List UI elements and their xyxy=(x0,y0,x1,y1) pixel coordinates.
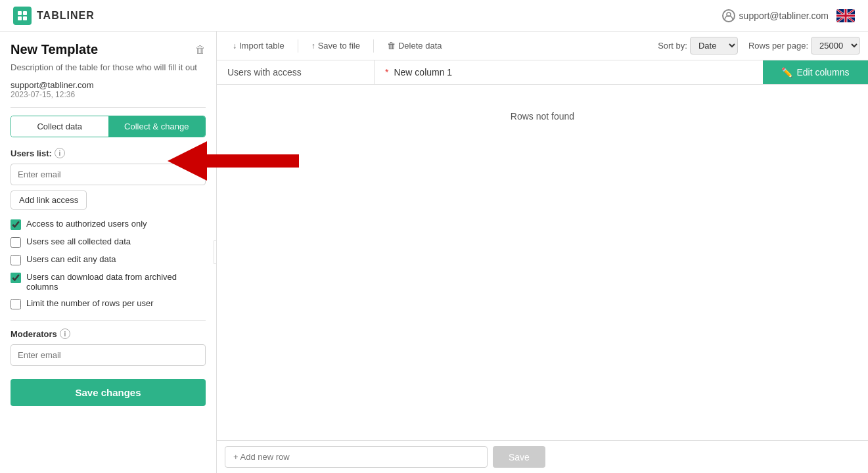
delete-template-icon[interactable]: 🗑 xyxy=(195,44,206,56)
checkbox-download-archived[interactable]: Users can download data from archived co… xyxy=(11,272,206,292)
header-right: support@tabliner.com xyxy=(722,9,855,22)
import-icon: ↓ xyxy=(233,41,237,51)
user-avatar-icon xyxy=(722,9,735,22)
edit-icon: ✏️ xyxy=(781,67,792,78)
header: TABLINER support@tabliner.com xyxy=(0,0,868,32)
moderators-info-icon[interactable]: i xyxy=(60,328,70,339)
permissions-checkboxes: Access to authorized users only Users se… xyxy=(11,219,206,309)
rows-per-page-label: Rows per page: xyxy=(748,41,808,51)
moderators-email-input[interactable] xyxy=(11,344,206,366)
table-body: Rows not found xyxy=(217,85,868,440)
checkbox-see-all-data-input[interactable] xyxy=(11,237,21,248)
right-panel: ↓ Import table ↑ Save to file 🗑 Delete d… xyxy=(217,32,868,473)
sidebar-owner-date: 2023-07-15, 12:36 xyxy=(11,90,206,99)
table-header: Users with access * New column 1 ✏️ Edit… xyxy=(217,60,868,85)
language-flag-icon[interactable] xyxy=(836,9,855,22)
logo-icon xyxy=(13,7,32,25)
sort-by-label: Sort by: xyxy=(658,41,687,51)
save-row-button[interactable]: Save xyxy=(493,446,545,468)
save-file-icon: ↑ xyxy=(311,41,315,51)
checkbox-limit-rows-label: Limit the number of rows per user xyxy=(26,298,154,308)
sidebar-title: New Template xyxy=(11,42,98,57)
checkbox-edit-any-data-label: Users can edit any data xyxy=(26,254,116,264)
user-email-display[interactable]: support@tabliner.com xyxy=(722,9,829,22)
checkbox-limit-rows-input[interactable] xyxy=(11,299,21,309)
header-left: TABLINER xyxy=(13,7,95,25)
checkbox-edit-any-data-input[interactable] xyxy=(11,255,21,265)
sidebar-divider-2 xyxy=(11,320,206,321)
add-new-row-input[interactable] xyxy=(225,446,488,468)
svg-rect-2 xyxy=(18,16,22,20)
rows-per-page-select[interactable]: 25000 10000 5000 1000 xyxy=(811,37,860,55)
add-row-area: Save xyxy=(217,440,868,473)
svg-rect-0 xyxy=(18,11,22,15)
delete-data-button[interactable]: 🗑 Delete data xyxy=(379,37,450,55)
logo-text: TABLINER xyxy=(37,10,95,22)
checkbox-download-archived-input[interactable] xyxy=(11,273,21,283)
checkbox-limit-rows[interactable]: Limit the number of rows per user xyxy=(11,298,206,309)
toolbar-separator-2 xyxy=(373,39,374,53)
add-link-access-button[interactable]: Add link access xyxy=(11,191,87,210)
svg-rect-3 xyxy=(23,16,27,20)
header-user-email: support@tabliner.com xyxy=(739,11,829,21)
save-to-file-button[interactable]: ↑ Save to file xyxy=(304,37,368,55)
checkbox-authorized-only[interactable]: Access to authorized users only xyxy=(11,219,206,230)
sidebar-owner-email: support@tabliner.com xyxy=(11,80,206,90)
import-table-button[interactable]: ↓ Import table xyxy=(225,37,292,55)
users-list-info-icon[interactable]: i xyxy=(55,148,65,158)
checkbox-authorized-only-input[interactable] xyxy=(11,219,21,230)
checkbox-edit-any-data[interactable]: Users can edit any data xyxy=(11,254,206,265)
sidebar-divider xyxy=(11,107,206,108)
edit-columns-button[interactable]: ✏️ Edit columns xyxy=(763,60,868,84)
moderators-label: Moderators i xyxy=(11,328,206,339)
sidebar: New Template 🗑 Description of the table … xyxy=(0,32,217,473)
no-rows-message: Rows not found xyxy=(217,85,868,148)
sidebar-title-row: New Template 🗑 xyxy=(11,42,206,57)
collect-data-button[interactable]: Collect data xyxy=(11,116,108,137)
checkbox-see-all-data-label: Users see all collected data xyxy=(26,236,131,246)
checkbox-see-all-data[interactable]: Users see all collected data xyxy=(11,236,206,248)
required-indicator: * xyxy=(385,67,388,78)
mode-buttons: Collect data Collect & change xyxy=(11,116,206,137)
collect-change-button[interactable]: Collect & change xyxy=(108,116,206,137)
column-new-column-1: * New column 1 xyxy=(375,60,763,84)
sidebar-description: Description of the table for those who w… xyxy=(11,62,206,72)
sort-by-select[interactable]: Date Name ID xyxy=(690,37,738,55)
users-email-input[interactable] xyxy=(11,164,206,185)
toolbar: ↓ Import table ↑ Save to file 🗑 Delete d… xyxy=(217,32,868,60)
save-changes-button[interactable]: Save changes xyxy=(11,379,206,406)
toolbar-separator-1 xyxy=(298,39,298,53)
svg-rect-1 xyxy=(23,11,27,15)
delete-icon: 🗑 xyxy=(387,41,396,51)
users-list-label: Users list: i xyxy=(11,148,206,158)
checkbox-authorized-only-label: Access to authorized users only xyxy=(26,219,147,229)
sidebar-collapse-button[interactable]: « xyxy=(214,240,217,264)
main-layout: New Template 🗑 Description of the table … xyxy=(0,32,868,473)
column-users-with-access: Users with access xyxy=(217,60,375,84)
checkbox-download-archived-label: Users can download data from archived co… xyxy=(26,272,206,292)
